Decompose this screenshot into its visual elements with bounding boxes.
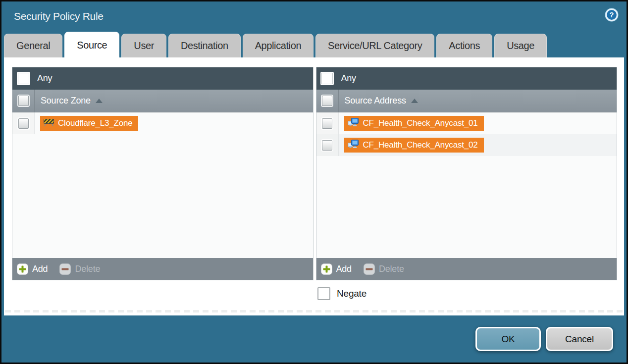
- resize-grip[interactable]: [5, 310, 623, 312]
- address-any-bar: Any: [316, 67, 617, 90]
- address-any-checkbox-cell: [316, 73, 338, 84]
- zone-any-bar: Any: [12, 67, 313, 90]
- zone-column-label: Source Zone: [41, 96, 91, 106]
- dialog-titlebar: Security Policy Rule: [1, 1, 627, 31]
- table-row[interactable]: CF_Health_Check_Anycast_02: [316, 134, 617, 156]
- negate-row: Negate: [317, 287, 366, 300]
- address-column-header[interactable]: Source Address: [316, 90, 617, 112]
- address-name: CF_Health_Check_Anycast_02: [363, 140, 478, 150]
- svg-text:?: ?: [610, 11, 614, 19]
- dialog-title: Security Policy Rule: [14, 10, 104, 22]
- panels-container: Any Source Zone: [12, 67, 617, 280]
- tab-source[interactable]: Source: [64, 32, 119, 58]
- delete-button[interactable]: Delete: [59, 263, 100, 275]
- address-list: CF_Health_Check_Anycast_01: [316, 112, 617, 258]
- plus-icon: [17, 263, 28, 275]
- tab-actions[interactable]: Actions: [436, 34, 492, 57]
- add-label: Add: [32, 264, 48, 274]
- address-any-label: Any: [341, 73, 356, 84]
- zone-toolbar: Add Delete: [12, 258, 313, 280]
- address-name: CF_Health_Check_Anycast_01: [363, 118, 478, 128]
- ok-button[interactable]: OK: [475, 327, 541, 351]
- delete-label: Delete: [75, 264, 100, 274]
- sort-ascending-icon: [96, 99, 103, 103]
- row-checkbox[interactable]: [322, 118, 332, 129]
- source-address-panel: Any Source Address: [316, 67, 618, 280]
- tab-user[interactable]: User: [121, 34, 166, 57]
- plus-icon: [321, 263, 332, 275]
- help-icon[interactable]: ?: [605, 8, 619, 22]
- tab-destination[interactable]: Destination: [168, 34, 241, 57]
- add-button[interactable]: Add: [321, 263, 352, 275]
- row-checkbox-cell: [316, 112, 339, 134]
- tab-service-url-category[interactable]: Service/URL Category: [315, 34, 434, 57]
- add-label: Add: [336, 264, 352, 274]
- sort-ascending-icon: [411, 99, 418, 103]
- address-any-checkbox[interactable]: [321, 73, 333, 84]
- table-row[interactable]: Cloudflare_L3_Zone: [12, 112, 313, 134]
- zone-select-all-checkbox[interactable]: [18, 96, 29, 106]
- row-checkbox-cell: [316, 134, 339, 156]
- tab-bar: General Source User Destination Applicat…: [4, 32, 547, 57]
- delete-button[interactable]: Delete: [364, 263, 404, 275]
- minus-icon: [59, 263, 71, 275]
- add-button[interactable]: Add: [17, 263, 48, 275]
- zone-list: Cloudflare_L3_Zone: [12, 112, 313, 258]
- delete-label: Delete: [379, 264, 404, 274]
- address-select-all-checkbox[interactable]: [322, 96, 332, 106]
- minus-icon: [364, 263, 375, 275]
- zone-any-checkbox-cell: [12, 73, 34, 84]
- cancel-button[interactable]: Cancel: [546, 327, 613, 351]
- row-checkbox[interactable]: [18, 118, 29, 129]
- address-select-all-cell: [316, 90, 339, 112]
- zone-tag[interactable]: Cloudflare_L3_Zone: [40, 116, 138, 131]
- row-checkbox[interactable]: [322, 140, 332, 151]
- address-tag[interactable]: CF_Health_Check_Anycast_01: [344, 116, 484, 131]
- address-icon: [348, 139, 359, 152]
- source-tab-content: Any Source Zone: [4, 57, 624, 315]
- address-toolbar: Add Delete: [316, 258, 617, 280]
- row-checkbox-cell: [12, 112, 35, 134]
- zone-icon: [44, 118, 54, 129]
- security-policy-rule-dialog: Security Policy Rule ? General Source Us…: [0, 0, 628, 364]
- zone-select-all-cell: [12, 90, 35, 112]
- address-tag[interactable]: CF_Health_Check_Anycast_02: [344, 138, 484, 153]
- zone-any-label: Any: [37, 73, 52, 84]
- tab-general[interactable]: General: [4, 34, 62, 57]
- negate-checkbox[interactable]: [317, 287, 330, 300]
- address-icon: [348, 117, 359, 130]
- address-column-label: Source Address: [345, 96, 406, 106]
- zone-any-checkbox[interactable]: [18, 73, 29, 84]
- tab-application[interactable]: Application: [243, 34, 314, 57]
- tab-usage[interactable]: Usage: [494, 34, 547, 57]
- zone-column-header[interactable]: Source Zone: [12, 90, 313, 112]
- table-row[interactable]: CF_Health_Check_Anycast_01: [316, 112, 617, 134]
- source-zone-panel: Any Source Zone: [12, 67, 314, 280]
- negate-label: Negate: [337, 288, 366, 299]
- zone-name: Cloudflare_L3_Zone: [58, 118, 132, 128]
